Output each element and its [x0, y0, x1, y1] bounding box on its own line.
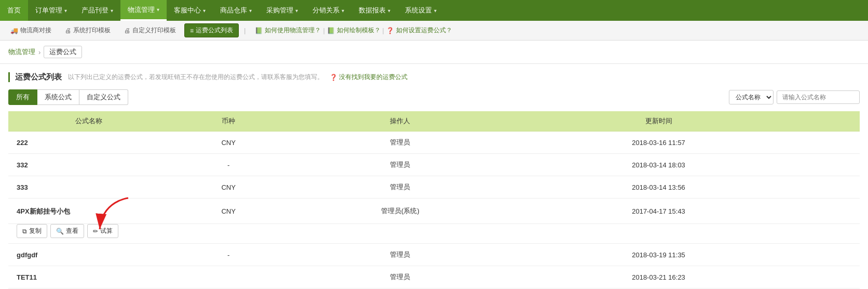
filter-tabs: 所有 系统公式 自定义公式 — [8, 89, 128, 105]
print-icon: 🖨 — [65, 27, 71, 34]
help-link-3[interactable]: 如何设置运费公式？ — [396, 26, 452, 35]
no-formula-help-link[interactable]: ❓ 没有找到我要的运费公式 — [330, 73, 408, 82]
cell-currency: CNY — [169, 132, 288, 154]
tab-all[interactable]: 所有 — [8, 89, 37, 105]
search-area: 公式名称 — [729, 90, 860, 104]
nav-customer-service[interactable]: 客服中心 ▾ — [167, 0, 213, 21]
col-header-update-time: 更新时间 — [513, 111, 805, 132]
separator-dot2: | — [383, 27, 384, 34]
breadcrumb-current: 运费公式 — [44, 46, 82, 58]
main-content: 运费公式列表 以下列出已定义的运费公式，若发现旺销王不存在您使用的运费公式，请联… — [0, 64, 868, 289]
search-icon: 🔍 — [56, 228, 64, 235]
col-header-name: 公式名称 — [8, 111, 169, 132]
cell-operator: 管理员 — [288, 244, 512, 266]
chevron-down-icon: ▾ — [203, 8, 206, 14]
nav-reports[interactable]: 数据报表 ▾ — [351, 0, 398, 21]
chevron-down-icon: ▾ — [64, 8, 67, 14]
cell-update-time: 2018-03-21 16:23 — [513, 266, 805, 288]
tab-custom-formula[interactable]: 自定义公式 — [79, 89, 128, 105]
table-row: 332 - 管理员 2018-03-14 18:03 — [8, 154, 860, 176]
cell-update-time: 2018-03-19 11:35 — [513, 244, 805, 266]
copy-icon: ⧉ — [22, 228, 27, 235]
view-button[interactable]: 🔍 查看 — [50, 224, 84, 238]
help-link-1[interactable]: 如何使用物流管理？ — [265, 26, 321, 35]
cell-update-time: 2018-03-14 13:56 — [513, 176, 805, 199]
table-row: 333 CNY 管理员 2018-03-14 13:56 — [8, 176, 860, 199]
table-row: 4PX新邮挂号小包 CNY 管理员(系统) 2017-04-17 15:43 — [8, 199, 860, 224]
cell-operator: 管理员 — [288, 266, 512, 288]
table-row: TET11 管理员 2018-03-21 16:23 — [8, 266, 860, 288]
chevron-down-icon: ▾ — [434, 8, 437, 14]
edit-icon: ✏ — [93, 228, 98, 235]
cell-name: 222 — [8, 132, 169, 154]
question-icon: ❓ — [330, 74, 337, 81]
cell-operator: 管理员 — [288, 132, 512, 154]
cell-operator: 管理员 — [288, 176, 512, 199]
col-header-operator: 操作人 — [288, 111, 512, 132]
formula-table: 公式名称 币种 操作人 更新时间 222 CNY 管理员 2018-03-16 … — [8, 111, 860, 288]
chevron-down-icon: ▾ — [111, 8, 113, 14]
col-header-actions — [804, 111, 860, 132]
help-link-2[interactable]: 如何绘制模板？ — [337, 26, 381, 35]
separator-dot: | — [323, 27, 324, 34]
nav-orders[interactable]: 订单管理 ▾ — [28, 0, 74, 21]
truck-icon: 🚚 — [10, 27, 18, 34]
breadcrumb: 物流管理 › 运费公式 — [0, 41, 868, 64]
chevron-down-icon: ▾ — [295, 8, 298, 14]
cell-currency: CNY — [169, 199, 288, 224]
search-input[interactable] — [777, 90, 860, 104]
tab-system-formula[interactable]: 系统公式 — [37, 89, 79, 105]
breadcrumb-parent[interactable]: 物流管理 — [8, 47, 35, 57]
cell-name: gdfgdf — [8, 244, 169, 266]
nav-products[interactable]: 产品刊登 ▾ — [74, 0, 120, 21]
cell-update-time: 2017-04-17 15:43 — [513, 199, 805, 224]
sub-navigation: 🚚 物流商对接 🖨 系统打印模板 🖨 自定义打印模板 ≡ 运费公式列表 | 📗 … — [0, 21, 868, 41]
chevron-down-icon: ▾ — [388, 8, 390, 14]
copy-button[interactable]: ⧉ 复制 — [17, 224, 47, 238]
cell-name: 332 — [8, 154, 169, 176]
nav-purchasing[interactable]: 采购管理 ▾ — [259, 0, 305, 21]
cell-currency: - — [169, 244, 288, 266]
nav-settings[interactable]: 系统设置 ▾ — [398, 0, 444, 21]
cell-name: 4PX新邮挂号小包 — [8, 199, 169, 224]
search-type-select[interactable]: 公式名称 — [729, 90, 774, 104]
calculate-button[interactable]: ✏ 试算 — [87, 224, 118, 238]
cell-currency: CNY — [169, 176, 288, 199]
help-icon-2: 📗 — [327, 27, 335, 34]
cell-name: 333 — [8, 176, 169, 199]
nav-home[interactable]: 首页 — [0, 0, 28, 21]
chevron-down-icon: ▾ — [157, 7, 159, 12]
help-links: 📗 如何使用物流管理？ | 📗 如何绘制模板？ | ❓ 如何设置运费公式？ — [255, 26, 452, 35]
chevron-down-icon: ▾ — [249, 8, 252, 14]
breadcrumb-arrow: › — [38, 48, 40, 56]
subnav-system-print-template[interactable]: 🖨 系统打印模板 — [60, 24, 116, 37]
subnav-logistics-docking[interactable]: 🚚 物流商对接 — [5, 24, 57, 37]
cell-operator: 管理员(系统) — [288, 199, 512, 224]
page-subtitle: 以下列出已定义的运费公式，若发现旺销王不存在您使用的运费公式，请联系客服为您填写… — [68, 73, 323, 82]
nav-distribution[interactable]: 分销关系 ▾ — [305, 0, 351, 21]
nav-logistics[interactable]: 物流管理 ▾ — [120, 0, 167, 21]
cell-operator: 管理员 — [288, 154, 512, 176]
table-row: 222 CNY 管理员 2018-03-16 11:57 — [8, 132, 860, 154]
cell-update-time: 2018-03-16 11:57 — [513, 132, 805, 154]
print2-icon: 🖨 — [124, 27, 130, 34]
action-row: ⧉ 复制 🔍 查看 ✏ 试算 — [8, 224, 860, 244]
cell-currency: - — [169, 154, 288, 176]
page-title: 运费公式列表 — [15, 72, 62, 82]
help-icon-1: 📗 — [255, 27, 263, 34]
chevron-down-icon: ▾ — [342, 8, 344, 14]
cell-currency — [169, 266, 288, 288]
cell-update-time: 2018-03-14 18:03 — [513, 154, 805, 176]
subnav-custom-print-template[interactable]: 🖨 自定义打印模板 — [119, 24, 181, 37]
top-navigation: 首页 订单管理 ▾ 产品刊登 ▾ 物流管理 ▾ 客服中心 ▾ 商品仓库 ▾ 采购… — [0, 0, 868, 21]
table-row: gdfgdf - 管理员 2018-03-19 11:35 — [8, 244, 860, 266]
filter-row: 所有 系统公式 自定义公式 公式名称 — [8, 89, 860, 105]
nav-warehouse[interactable]: 商品仓库 ▾ — [213, 0, 259, 21]
page-title-bar: 运费公式列表 以下列出已定义的运费公式，若发现旺销王不存在您使用的运费公式，请联… — [8, 72, 860, 82]
subnav-freight-formula-list[interactable]: ≡ 运费公式列表 — [184, 23, 239, 37]
help-icon-3: ❓ — [386, 27, 394, 34]
col-header-currency: 币种 — [169, 111, 288, 132]
cell-name: TET11 — [8, 266, 169, 288]
list-icon: ≡ — [190, 27, 194, 34]
separator: | — [244, 27, 246, 34]
